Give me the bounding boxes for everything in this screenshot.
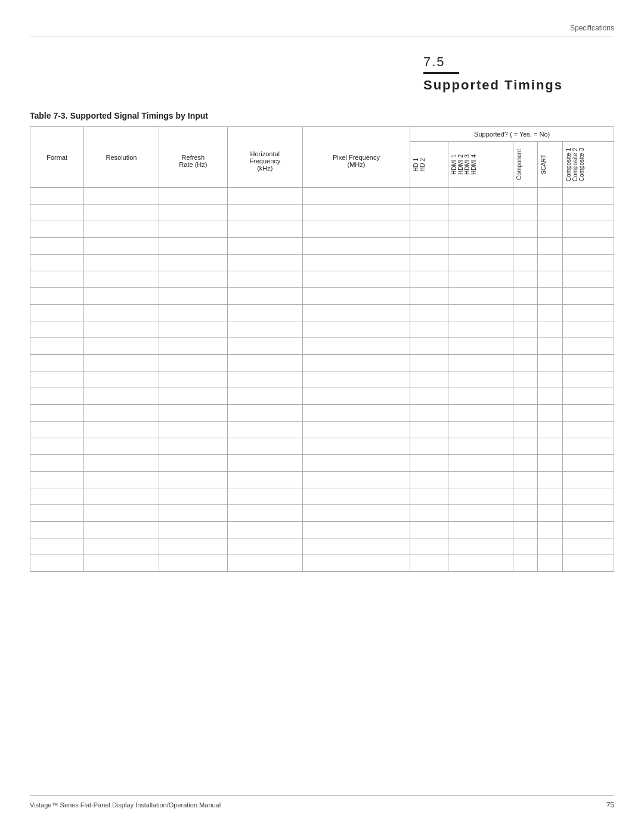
footer-left-text: Vistage™ Series Flat-Panel Display Insta… — [30, 801, 221, 809]
cell-horizontal-22 — [228, 555, 302, 572]
col-format: Format — [30, 127, 84, 188]
cell-scart-2 — [538, 221, 562, 238]
cell-pixel-7 — [302, 305, 410, 321]
cell-scart-10 — [538, 355, 562, 371]
section-title: Supported Timings — [423, 78, 614, 93]
cell-hd-8 — [410, 321, 448, 338]
cell-refresh-10 — [159, 355, 227, 371]
cell-horizontal-1 — [228, 205, 302, 221]
header-row-1: Format Resolution Refresh Rate (Hz) Hori… — [30, 127, 614, 142]
cell-hd-11 — [410, 371, 448, 388]
cell-hdmi-5 — [448, 271, 513, 288]
cell-composite-21 — [562, 538, 614, 555]
cell-composite-14 — [562, 422, 614, 438]
cell-horizontal-20 — [228, 522, 302, 538]
cell-pixel-18 — [302, 488, 410, 505]
cell-horizontal-9 — [228, 338, 302, 355]
cell-resolution-22 — [84, 555, 159, 572]
cell-hd-20 — [410, 522, 448, 538]
cell-horizontal-14 — [228, 422, 302, 438]
col-scart: SCART — [538, 142, 562, 188]
table-row — [30, 288, 614, 305]
cell-hdmi-18 — [448, 488, 513, 505]
cell-resolution-13 — [84, 405, 159, 422]
table-row — [30, 522, 614, 538]
cell-hd-7 — [410, 305, 448, 321]
cell-component-5 — [513, 271, 538, 288]
cell-hd-12 — [410, 388, 448, 405]
cell-hd-2 — [410, 221, 448, 238]
cell-format-22 — [30, 555, 84, 572]
cell-format-0 — [30, 188, 84, 205]
cell-horizontal-8 — [228, 321, 302, 338]
cell-pixel-4 — [302, 255, 410, 271]
cell-component-11 — [513, 371, 538, 388]
table-body — [30, 188, 614, 572]
page-footer: Vistage™ Series Flat-Panel Display Insta… — [30, 795, 614, 809]
cell-resolution-9 — [84, 338, 159, 355]
cell-refresh-16 — [159, 455, 227, 472]
col-hd: HD 1HD 2 — [410, 142, 448, 188]
cell-refresh-1 — [159, 205, 227, 221]
cell-refresh-14 — [159, 422, 227, 438]
cell-component-13 — [513, 405, 538, 422]
table-row — [30, 188, 614, 205]
cell-hdmi-21 — [448, 538, 513, 555]
table-row — [30, 205, 614, 221]
cell-scart-7 — [538, 305, 562, 321]
cell-scart-21 — [538, 538, 562, 555]
cell-resolution-2 — [84, 221, 159, 238]
cell-format-4 — [30, 255, 84, 271]
cell-pixel-19 — [302, 505, 410, 522]
cell-format-21 — [30, 538, 84, 555]
table-row — [30, 355, 614, 371]
col-composite: Composite 1Composite 2Composite 3 — [562, 142, 614, 188]
cell-hdmi-8 — [448, 321, 513, 338]
cell-resolution-6 — [84, 288, 159, 305]
cell-scart-20 — [538, 522, 562, 538]
cell-pixel-17 — [302, 472, 410, 488]
cell-scart-15 — [538, 438, 562, 455]
cell-scart-16 — [538, 455, 562, 472]
cell-hd-13 — [410, 405, 448, 422]
cell-pixel-13 — [302, 405, 410, 422]
cell-composite-19 — [562, 505, 614, 522]
cell-horizontal-2 — [228, 221, 302, 238]
cell-format-16 — [30, 455, 84, 472]
cell-component-2 — [513, 221, 538, 238]
cell-refresh-19 — [159, 505, 227, 522]
composite-label: Composite 1Composite 2Composite 3 — [564, 144, 586, 185]
cell-refresh-20 — [159, 522, 227, 538]
cell-scart-13 — [538, 405, 562, 422]
cell-hd-18 — [410, 488, 448, 505]
cell-resolution-14 — [84, 422, 159, 438]
cell-refresh-5 — [159, 271, 227, 288]
table-row — [30, 555, 614, 572]
cell-component-14 — [513, 422, 538, 438]
cell-pixel-1 — [302, 205, 410, 221]
cell-component-20 — [513, 522, 538, 538]
cell-horizontal-13 — [228, 405, 302, 422]
table-row — [30, 255, 614, 271]
cell-hdmi-4 — [448, 255, 513, 271]
cell-hdmi-22 — [448, 555, 513, 572]
table-row — [30, 472, 614, 488]
table-row — [30, 538, 614, 555]
cell-format-14 — [30, 422, 84, 438]
cell-horizontal-16 — [228, 455, 302, 472]
cell-hdmi-7 — [448, 305, 513, 321]
cell-composite-3 — [562, 238, 614, 255]
cell-hd-15 — [410, 438, 448, 455]
cell-resolution-11 — [84, 371, 159, 388]
cell-resolution-10 — [84, 355, 159, 371]
cell-component-1 — [513, 205, 538, 221]
cell-hdmi-17 — [448, 472, 513, 488]
hd-label: HD 1HD 2 — [411, 154, 427, 175]
cell-scart-19 — [538, 505, 562, 522]
cell-pixel-0 — [302, 188, 410, 205]
cell-hd-1 — [410, 205, 448, 221]
cell-composite-2 — [562, 221, 614, 238]
cell-composite-8 — [562, 321, 614, 338]
table-title: Table 7-3. Supported Signal Timings by I… — [30, 111, 614, 120]
cell-refresh-17 — [159, 472, 227, 488]
